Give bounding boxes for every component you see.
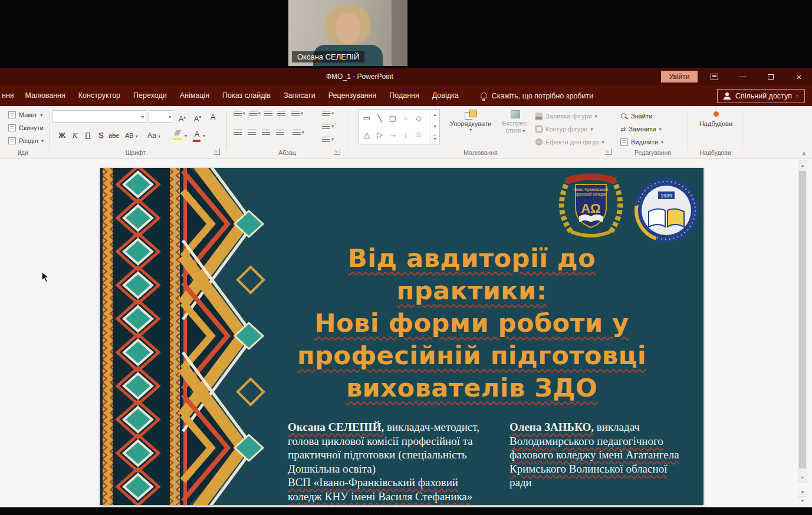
shape-rounded-rectangle-icon[interactable]: ▢ [386, 110, 399, 127]
ribbon-display-options-button[interactable] [702, 68, 726, 85]
tab-view[interactable]: Подання [383, 85, 425, 106]
text-shadow-button[interactable]: S [96, 129, 106, 142]
tab-help[interactable]: Довідка [426, 85, 465, 106]
scrollbar-thumb[interactable] [799, 171, 806, 468]
font-name-select[interactable]: ▾ [52, 110, 146, 123]
sign-in-button[interactable]: Увійти [661, 71, 698, 82]
shapes-gallery-scroll[interactable]: ▴ ▾ ▾ [430, 110, 439, 144]
align-text-button[interactable]: ▾ [322, 124, 334, 130]
shape-arrow-down-icon[interactable]: ↓ [399, 127, 412, 143]
layout-icon [8, 111, 16, 118]
shape-star-icon[interactable]: ☆ [412, 127, 425, 143]
shape-outline-button[interactable]: Контур фігури▾ [535, 123, 593, 135]
convert-smartart-button[interactable]: ▾ [322, 137, 334, 143]
author-left-textbox[interactable]: Оксана СЕЛЕПІЙ, викладач-методист, голов… [288, 420, 479, 503]
align-left-button[interactable] [234, 130, 242, 136]
minimize-button[interactable] [730, 68, 755, 85]
chevron-down-icon: ▾ [243, 111, 245, 116]
bullets-button[interactable]: ▾ [234, 111, 245, 117]
underline-button[interactable]: П [83, 129, 93, 142]
chevron-down-icon: ▾ [522, 128, 525, 134]
addins-button[interactable]: Надбудови [691, 109, 741, 146]
layout-button[interactable]: Макет▾ [8, 110, 42, 120]
shape-arrow-right-icon[interactable]: → [386, 127, 399, 143]
shape-diamond-icon[interactable]: ◇ [412, 110, 425, 127]
emblem-volodymyr-college[interactable]: 1939 [633, 177, 699, 243]
strikethrough-button[interactable]: abc [109, 129, 119, 142]
shape-effects-button[interactable]: Ефекти для фігур▾ [535, 136, 604, 148]
decrease-indent-button[interactable] [264, 111, 272, 117]
shapes-gallery[interactable]: ▭ ╲ ▢ ○ ◇ △ ▷ → ↓ ☆ ▴ ▾ ▾ [359, 109, 440, 144]
group-separator [742, 111, 742, 150]
change-case-button[interactable]: Аа ▾ [147, 129, 160, 142]
tab-slideshow[interactable]: Показ слайдів [216, 85, 277, 106]
font-dialog-launcher[interactable]: ↘ [213, 148, 220, 155]
replace-button[interactable]: ⇄Замінити▾ [620, 123, 661, 135]
shape-triangle-icon[interactable]: △ [360, 127, 373, 143]
gallery-down-icon[interactable]: ▾ [433, 124, 436, 129]
shape-rectangle-icon[interactable]: ▭ [360, 110, 373, 127]
tab-review[interactable]: Рецензування [322, 85, 383, 106]
clear-formatting-button[interactable]: А [208, 111, 218, 124]
title-line: Від авдиторії до [295, 242, 649, 275]
shape-line-icon[interactable]: ╲ [373, 110, 386, 127]
collapse-ribbon-button[interactable]: ∧ [802, 150, 806, 157]
shape-fill-button[interactable]: Заливка фігури▾ [535, 110, 597, 122]
shrink-font-button[interactable]: А▾ [192, 111, 203, 124]
share-button[interactable]: Спільний доступ ▾ [717, 89, 805, 103]
emblem-ivano-frankivsk-college[interactable]: Івано-Франківський фаховий коледж ΑΩ [550, 171, 632, 241]
reset-button[interactable]: Скинути [8, 123, 44, 133]
character-spacing-button[interactable]: АВ ▾ [125, 129, 138, 142]
scroll-down-button[interactable]: ▼ [798, 473, 807, 483]
drawing-dialog-launcher[interactable]: ↘ [605, 148, 612, 155]
chevron-down-icon: ▾ [185, 133, 187, 138]
shape-oval-icon[interactable]: ○ [399, 110, 412, 127]
scroll-up-button[interactable]: ▲ [798, 161, 807, 170]
align-right-button[interactable] [262, 130, 270, 136]
quick-styles-button[interactable]: Експрес- стилі ▾ [498, 109, 533, 134]
decrease-indent-icon [264, 111, 272, 117]
maximize-button[interactable] [758, 68, 783, 85]
font-size-select[interactable]: ▾ [149, 110, 173, 123]
shape-outline-label: Контур фігури [545, 126, 587, 133]
tab-design[interactable]: Конструктор [72, 85, 127, 106]
tab-animations[interactable]: Анімація [173, 85, 216, 106]
participant-face [336, 13, 360, 44]
bold-button[interactable]: Ж [57, 129, 67, 142]
group-separator [688, 111, 688, 150]
next-slide-button[interactable]: ▼ [798, 496, 807, 504]
tab-cropped[interactable]: ння [0, 85, 19, 106]
gallery-up-icon[interactable]: ▴ [433, 112, 436, 117]
line-spacing-button[interactable]: ▾ [291, 111, 303, 117]
slide[interactable]: Івано-Франківський фаховий коледж ΑΩ 193… [100, 168, 703, 505]
author-right-textbox[interactable]: Олена ЗАНЬКО, викладач Володимирського п… [509, 420, 679, 490]
columns-button[interactable]: ▾ [292, 130, 304, 136]
increase-indent-button[interactable] [277, 111, 285, 117]
ribbon: Макет▾ Скинути Розділ▾ йди ▾ ▾ А▴ А▾ А Ж… [0, 106, 812, 159]
highlight-color-button[interactable] [172, 130, 184, 140]
paragraph-dialog-launcher[interactable]: ↘ [334, 148, 340, 155]
tab-transitions[interactable]: Переходи [127, 85, 173, 106]
italic-button[interactable]: К [70, 129, 80, 142]
font-color-button[interactable]: А [192, 129, 202, 142]
tab-drawing[interactable]: Малювання [19, 85, 72, 106]
gallery-more-icon[interactable]: ▾ [433, 136, 436, 141]
tell-me-search[interactable]: Скажіть, що потрібно зробити [481, 92, 594, 100]
grow-font-button[interactable]: А▴ [177, 111, 188, 124]
align-center-button[interactable] [248, 130, 256, 136]
section-button[interactable]: Розділ▾ [8, 136, 44, 146]
select-button[interactable]: Виділити▾ [620, 136, 663, 148]
shape-right-triangle-icon[interactable]: ▷ [373, 127, 386, 143]
close-button[interactable]: × [787, 68, 811, 85]
vertical-scrollbar[interactable]: ▲ ▼ [798, 160, 807, 483]
text-direction-button[interactable]: ▾ [322, 111, 334, 117]
participant-video[interactable]: Оксана СЕЛЕПІЙ [288, 0, 407, 66]
previous-slide-button[interactable]: ▲ [798, 487, 807, 495]
justify-button[interactable] [276, 130, 284, 136]
slide-title[interactable]: Від авдиторії до практики: Нові форми ро… [295, 242, 649, 404]
numbering-button[interactable]: ▾ [249, 111, 261, 117]
title-line: професійній підготовці [295, 339, 649, 372]
tab-record[interactable]: Записати [277, 85, 322, 106]
find-button[interactable]: Знайти [620, 110, 652, 122]
arrange-button[interactable]: Упорядкувати ▾ [445, 109, 497, 133]
